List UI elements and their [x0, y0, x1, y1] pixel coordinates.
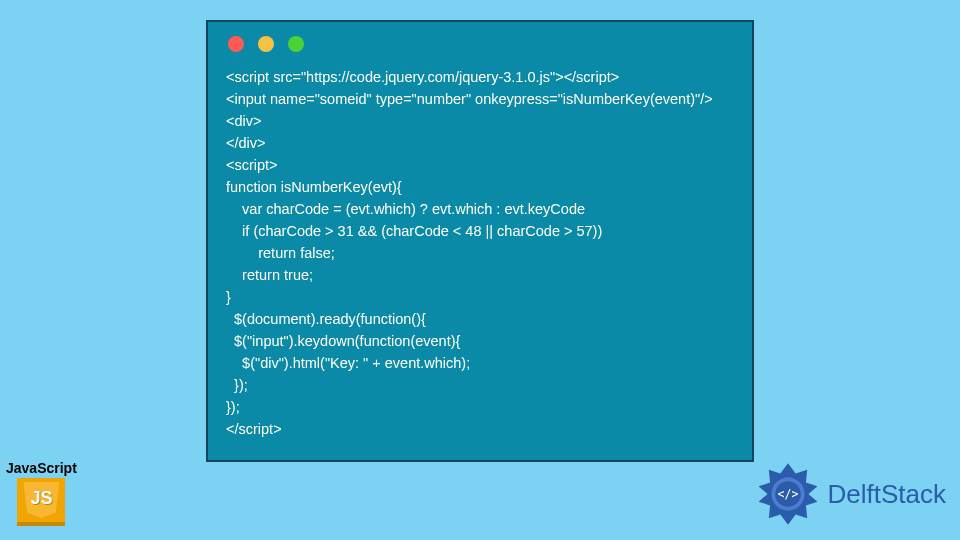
- delftstack-logo-icon: </>: [756, 462, 820, 526]
- window-controls: [228, 36, 734, 52]
- maximize-icon: [288, 36, 304, 52]
- javascript-icon: JS: [17, 478, 65, 526]
- code-block: <script src="https://code.jquery.com/jqu…: [226, 66, 734, 440]
- javascript-badge: JavaScript JS: [6, 460, 77, 526]
- close-icon: [228, 36, 244, 52]
- javascript-label: JavaScript: [6, 460, 77, 476]
- javascript-icon-text: JS: [17, 488, 65, 509]
- minimize-icon: [258, 36, 274, 52]
- svg-text:</>: </>: [777, 487, 798, 501]
- code-panel: <script src="https://code.jquery.com/jqu…: [206, 20, 754, 462]
- delftstack-name: DelftStack: [828, 479, 947, 510]
- delftstack-brand: </> DelftStack: [756, 462, 947, 526]
